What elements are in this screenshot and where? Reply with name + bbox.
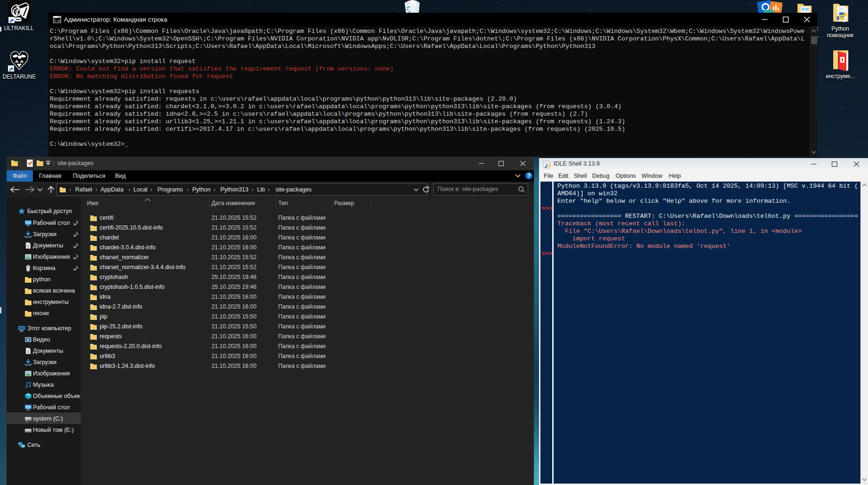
svg-text:C:\: C:\	[54, 18, 61, 23]
